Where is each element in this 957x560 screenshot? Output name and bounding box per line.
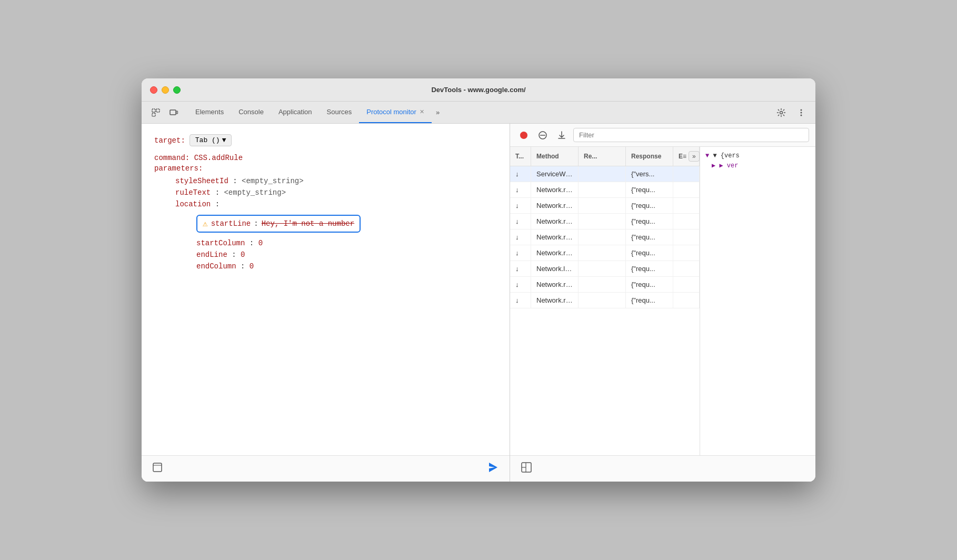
row-extra <box>673 166 700 182</box>
warning-icon: ⚠ <box>203 218 208 229</box>
start-column-row: startColumn : 0 <box>154 239 497 247</box>
right-panel: T... Method Re... Response E≡ <box>510 124 815 482</box>
minimize-button[interactable] <box>162 86 169 94</box>
device-toolbar-button[interactable] <box>166 106 182 119</box>
row-method: ServiceWo... <box>531 166 579 182</box>
cursor-inspector-icon <box>151 108 161 117</box>
detail-line1: ▼ ▼ {vers <box>705 152 810 159</box>
device-toolbar-icon <box>169 108 178 117</box>
command-row: command: CSS.addRule <box>154 154 497 162</box>
title-bar: DevTools - www.google.com/ <box>142 78 815 102</box>
parameters-row: parameters: <box>154 164 497 173</box>
parameters-label: parameters: <box>154 164 203 173</box>
rule-text-value: <empty_string> <box>224 188 286 197</box>
end-column-key: endColumn <box>196 262 236 271</box>
tab-sources[interactable]: Sources <box>320 102 360 123</box>
gear-icon <box>776 108 786 117</box>
tab-more-button[interactable]: » <box>432 102 444 123</box>
detail-line2: ▶ ▶ ver <box>705 162 810 169</box>
table-row[interactable]: ↓ Network.re... {"requ... <box>510 293 700 308</box>
target-value: Tab () <box>195 136 220 144</box>
location-key: location <box>175 200 211 208</box>
table-header: T... Method Re... Response E≡ <box>510 147 700 166</box>
protocol-table: T... Method Re... Response E≡ <box>510 147 700 455</box>
table-row[interactable]: ↓ Network.re... {"requ... <box>510 198 700 214</box>
start-line-highlighted-row: ⚠ startLine : Hey, I'm not a number <box>196 215 361 233</box>
right-detail-panel: ▼ ▼ {vers ▶ ▶ ver <box>700 147 815 455</box>
col-more-button[interactable]: » <box>689 151 700 162</box>
end-column-value: 0 <box>250 262 254 271</box>
maximize-button[interactable] <box>173 86 181 94</box>
svg-marker-11 <box>489 463 497 472</box>
svg-point-5 <box>780 111 783 114</box>
svg-rect-1 <box>156 109 160 112</box>
stop-recording-button[interactable] <box>516 128 531 143</box>
main-content: target: Tab () ▼ command: CSS.addRule pa… <box>142 124 815 482</box>
table-row[interactable]: ↓ Network.re... {"requ... <box>510 214 700 229</box>
tab-protocol-monitor[interactable]: Protocol monitor ✕ <box>359 102 432 123</box>
start-column-key: startColumn <box>196 239 245 247</box>
end-line-value: 0 <box>241 251 245 259</box>
location-row: location : <box>154 200 497 208</box>
settings-button[interactable] <box>773 106 789 119</box>
table-container: T... Method Re... Response E≡ <box>510 147 815 455</box>
traffic-lights <box>150 86 181 94</box>
tab-application-label: Application <box>278 108 312 116</box>
left-panel: target: Tab () ▼ command: CSS.addRule pa… <box>142 124 510 482</box>
tab-bar-right <box>773 102 809 123</box>
tab-elements-label: Elements <box>195 108 224 116</box>
svg-point-7 <box>801 112 802 113</box>
svg-rect-2 <box>152 113 155 116</box>
table-row[interactable]: ↓ Network.re... {"requ... <box>510 182 700 198</box>
target-label: target: <box>154 136 185 145</box>
more-options-button[interactable] <box>793 106 809 119</box>
filter-input[interactable] <box>573 128 809 142</box>
more-vertical-icon <box>796 108 806 117</box>
clear-icon <box>538 131 547 140</box>
table-row[interactable]: ↓ Network.re... {"requ... <box>510 277 700 293</box>
tab-console-label: Console <box>238 108 264 116</box>
row-direction: ↓ <box>510 166 531 182</box>
download-button[interactable] <box>554 128 569 143</box>
right-panel-footer <box>510 455 815 482</box>
tab-protocol-monitor-close[interactable]: ✕ <box>420 108 424 115</box>
style-sheet-id-key: styleSheetId <box>175 177 228 185</box>
row-response: {"vers... <box>626 166 673 182</box>
clear-button[interactable] <box>535 128 550 143</box>
right-toolbar <box>510 124 815 147</box>
start-line-key: startLine <box>211 219 251 228</box>
start-line-value: Hey, I'm not a number <box>262 219 354 228</box>
dropdown-arrow-icon: ▼ <box>222 136 226 144</box>
table-row[interactable]: ↓ Network.re... {"requ... <box>510 245 700 261</box>
window-title: DevTools - www.google.com/ <box>431 86 525 94</box>
table-row[interactable]: ↓ ServiceWo... {"vers... <box>510 166 700 182</box>
command-label: command: <box>154 154 190 162</box>
download-icon <box>557 131 566 140</box>
tab-bar-icons <box>148 102 182 123</box>
svg-rect-4 <box>176 111 178 114</box>
tab-console[interactable]: Console <box>231 102 271 123</box>
tab-application[interactable]: Application <box>271 102 320 123</box>
tab-bar: Elements Console Application Sources Pro… <box>142 102 815 124</box>
tab-elements[interactable]: Elements <box>188 102 231 123</box>
toggle-panel-button[interactable] <box>150 460 165 477</box>
svg-point-8 <box>801 114 802 116</box>
rule-text-key: ruleText <box>175 188 211 197</box>
left-panel-footer <box>142 455 510 482</box>
table-row[interactable]: ↓ Network.lo... {"requ... <box>510 261 700 277</box>
cursor-inspector-button[interactable] <box>148 106 164 119</box>
col-response: Response <box>626 147 673 166</box>
end-line-row: endLine : 0 <box>154 251 497 259</box>
svg-rect-0 <box>152 109 155 112</box>
rule-text-row: ruleText : <empty_string> <box>154 188 497 197</box>
target-dropdown[interactable]: Tab () ▼ <box>190 134 232 146</box>
close-button[interactable] <box>150 86 157 94</box>
toggle-cdp-button[interactable] <box>519 459 534 478</box>
col-request: Re... <box>579 147 626 166</box>
end-line-key: endLine <box>196 251 227 259</box>
table-row[interactable]: ↓ Network.re... {"requ... <box>510 229 700 245</box>
send-button[interactable] <box>484 459 501 479</box>
svg-rect-3 <box>170 110 176 115</box>
start-column-value: 0 <box>258 239 263 247</box>
cdp-panel-icon <box>521 462 532 473</box>
